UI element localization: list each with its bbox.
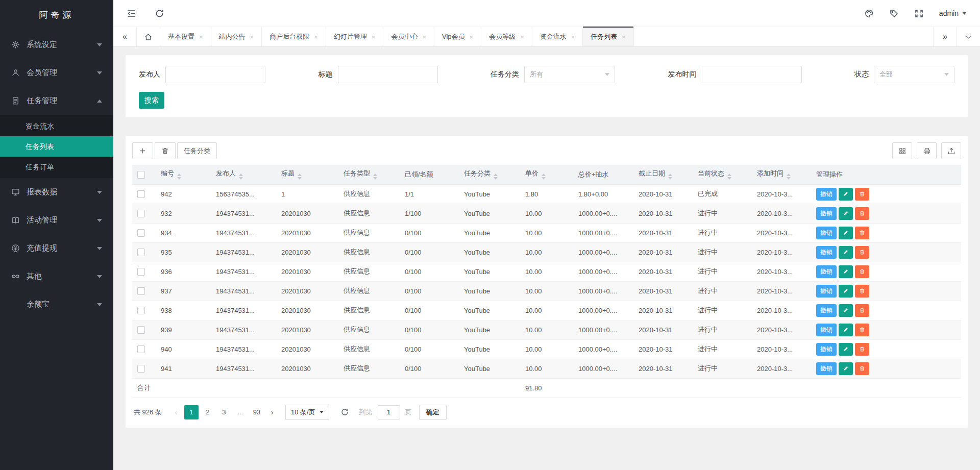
delete-button[interactable] <box>855 265 869 278</box>
sidebar-item-other[interactable]: 其他 <box>0 262 113 290</box>
revoke-button[interactable]: 撤销 <box>816 324 837 336</box>
row-checkbox[interactable] <box>137 307 145 314</box>
close-icon[interactable]: × <box>199 33 203 41</box>
edit-button[interactable] <box>839 188 853 201</box>
tab-task-list[interactable]: 任务列表× <box>583 27 634 46</box>
close-icon[interactable]: × <box>520 33 524 41</box>
sidebar-subitem-task-list[interactable]: 任务列表 <box>0 136 113 157</box>
row-checkbox[interactable] <box>137 190 145 198</box>
user-menu[interactable]: admin <box>939 9 967 17</box>
tab-member-level[interactable]: 会员等级× <box>481 27 532 46</box>
tab-basic-settings[interactable]: 基本设置× <box>160 27 211 46</box>
page-button-93[interactable]: 93 <box>250 405 264 419</box>
sort-icon[interactable] <box>727 174 731 180</box>
revoke-button[interactable]: 撤销 <box>816 188 837 201</box>
sort-icon[interactable] <box>177 174 181 180</box>
export-button[interactable] <box>941 142 961 159</box>
tab-member-center[interactable]: 会员中心× <box>383 27 434 46</box>
delete-button[interactable] <box>855 343 869 356</box>
edit-button[interactable] <box>839 324 853 336</box>
row-checkbox[interactable] <box>137 365 145 373</box>
sort-icon[interactable] <box>298 174 302 180</box>
sort-icon[interactable] <box>494 174 498 180</box>
close-icon[interactable]: × <box>571 33 575 41</box>
prev-page-button[interactable]: ‹ <box>169 405 183 419</box>
task-category-button[interactable]: 任务分类 <box>177 142 217 159</box>
sort-icon[interactable] <box>668 174 672 180</box>
column-header-id[interactable]: 编号 <box>156 165 211 184</box>
edit-button[interactable] <box>839 227 853 239</box>
batch-delete-button[interactable] <box>155 142 176 159</box>
publisher-input[interactable] <box>165 66 265 83</box>
page-size-select[interactable]: 10 条/页 <box>285 405 329 420</box>
row-checkbox[interactable] <box>137 326 145 334</box>
refresh-icon[interactable] <box>155 9 164 18</box>
delete-button[interactable] <box>855 246 869 259</box>
sidebar-subitem-funds-flow[interactable]: 资金流水 <box>0 116 113 136</box>
close-icon[interactable]: × <box>622 33 626 41</box>
delete-button[interactable] <box>855 227 869 239</box>
sidebar-item-report-data[interactable]: 报表数据 <box>0 178 113 206</box>
goto-page-input[interactable] <box>378 405 400 419</box>
revoke-button[interactable]: 撤销 <box>816 207 837 220</box>
column-header-added[interactable]: 添加时间 <box>752 165 811 184</box>
sidebar-item-recharge-withdraw[interactable]: 充值提现 <box>0 234 113 262</box>
close-icon[interactable]: × <box>470 33 474 41</box>
delete-button[interactable] <box>855 188 869 201</box>
sidebar-item-member-management[interactable]: 会员管理 <box>0 59 113 87</box>
fullscreen-icon[interactable] <box>914 9 924 18</box>
tab-site-announcement[interactable]: 站内公告× <box>211 27 262 46</box>
delete-button[interactable] <box>855 304 869 317</box>
confirm-button[interactable]: 确定 <box>419 405 447 420</box>
column-header-type[interactable]: 任务类型 <box>338 165 400 184</box>
sort-icon[interactable] <box>373 174 377 180</box>
close-icon[interactable]: × <box>250 33 254 41</box>
revoke-button[interactable]: 撤销 <box>816 265 837 278</box>
theme-palette-icon[interactable] <box>864 9 874 18</box>
row-checkbox[interactable] <box>137 268 145 276</box>
sort-icon[interactable] <box>787 174 791 180</box>
row-checkbox[interactable] <box>137 229 145 237</box>
tabs-scroll-right-button[interactable]: » <box>933 27 957 46</box>
sidebar-toggle-icon[interactable] <box>127 9 136 18</box>
sidebar-item-activity-management[interactable]: 活动管理 <box>0 206 113 234</box>
delete-button[interactable] <box>855 285 869 298</box>
next-page-button[interactable]: › <box>265 405 279 419</box>
row-checkbox[interactable] <box>137 210 145 217</box>
page-button-1[interactable]: 1 <box>184 405 199 419</box>
revoke-button[interactable]: 撤销 <box>816 285 837 298</box>
select-all-checkbox[interactable] <box>137 171 145 179</box>
edit-button[interactable] <box>839 343 853 356</box>
column-header-category[interactable]: 任务分类 <box>459 165 520 184</box>
edit-button[interactable] <box>839 265 853 278</box>
close-icon[interactable]: × <box>422 33 426 41</box>
sidebar-item-system-settings[interactable]: 系统设定 <box>0 31 113 59</box>
revoke-button[interactable]: 撤销 <box>816 246 837 259</box>
print-button[interactable] <box>917 142 937 159</box>
delete-button[interactable] <box>855 207 869 220</box>
sidebar-item-yuebao[interactable]: 余额宝 <box>0 290 113 318</box>
home-tab-button[interactable] <box>137 27 160 46</box>
tab-merchant-permissions[interactable]: 商户后台权限× <box>262 27 326 46</box>
column-header-title[interactable]: 标题 <box>276 165 338 184</box>
revoke-button[interactable]: 撤销 <box>816 227 837 239</box>
edit-button[interactable] <box>839 285 853 298</box>
tabs-menu-button[interactable] <box>957 27 980 46</box>
revoke-button[interactable]: 撤销 <box>816 304 837 317</box>
tag-icon[interactable] <box>889 9 899 18</box>
sort-icon[interactable] <box>542 174 546 180</box>
category-select[interactable]: 所有 <box>524 66 615 83</box>
row-checkbox[interactable] <box>137 287 145 295</box>
column-header-price[interactable]: 单价 <box>520 165 573 184</box>
publish-time-input[interactable] <box>702 66 802 83</box>
tabs-scroll-left-button[interactable]: « <box>113 27 137 46</box>
row-checkbox[interactable] <box>137 249 145 256</box>
edit-button[interactable] <box>839 207 853 220</box>
page-button-2[interactable]: 2 <box>201 405 215 419</box>
status-select[interactable]: 全部 <box>874 66 954 83</box>
edit-button[interactable] <box>839 246 853 259</box>
close-icon[interactable]: × <box>314 33 318 41</box>
tab-vip-member[interactable]: Vip会员× <box>434 27 481 46</box>
revoke-button[interactable]: 撤销 <box>816 343 837 356</box>
refresh-table-icon[interactable] <box>340 408 349 416</box>
